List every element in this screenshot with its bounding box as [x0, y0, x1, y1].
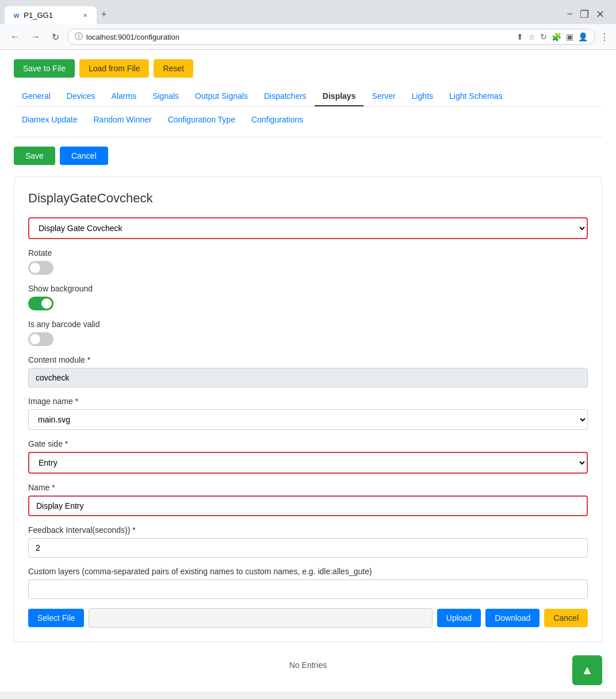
image-name-label: Image name *: [28, 397, 588, 406]
extension-icon[interactable]: 🧩: [552, 32, 561, 41]
page-content: Save to File Load from File Reset Genera…: [0, 50, 616, 692]
minimize-icon[interactable]: −: [567, 8, 573, 21]
image-name-group: Image name * main.svg: [28, 397, 588, 430]
gate-side-group: Gate side * Entry Exit: [28, 439, 588, 474]
download-button[interactable]: Download: [485, 609, 540, 627]
menu-icon[interactable]: ⋮: [600, 32, 609, 43]
feedback-interval-input[interactable]: [28, 538, 588, 558]
share-icon[interactable]: ⬆: [516, 32, 523, 41]
show-background-toggle-container: [28, 297, 588, 310]
barcode-label: Is any barcode valid: [28, 320, 588, 329]
file-section: Select File Upload Download Cancel: [28, 608, 588, 628]
sub-tab-configurations[interactable]: Configurations: [243, 112, 311, 128]
cancel-button[interactable]: Cancel: [60, 147, 108, 165]
action-buttons: Save Cancel: [14, 147, 602, 165]
show-background-label: Show background: [28, 284, 588, 293]
close-icon[interactable]: ✕: [596, 8, 604, 21]
tab-devices[interactable]: Devices: [59, 87, 104, 106]
tab-close-button[interactable]: ×: [83, 11, 87, 20]
save-to-file-button[interactable]: Save to File: [14, 59, 75, 78]
address-bar[interactable]: ⓘ ⬆ ☆ ↻ 🧩 ▣ 👤: [67, 29, 595, 45]
restore-icon[interactable]: ❐: [580, 8, 589, 21]
url-input[interactable]: [86, 33, 513, 41]
new-tab-button[interactable]: +: [97, 5, 111, 24]
refresh-button[interactable]: ↻: [48, 29, 63, 45]
name-input[interactable]: [28, 496, 588, 516]
tab-general[interactable]: General: [14, 87, 59, 106]
form-title: DisplayGateCovcheck: [28, 191, 588, 206]
tab-displays[interactable]: Displays: [315, 87, 364, 106]
top-buttons: Save to File Load from File Reset: [14, 59, 602, 78]
form-card: DisplayGateCovcheck Display Gate Covchec…: [14, 176, 602, 642]
rotate-toggle[interactable]: [28, 261, 53, 275]
gate-side-label: Gate side *: [28, 439, 588, 448]
refresh-icon2[interactable]: ↻: [540, 32, 547, 41]
show-background-slider: [28, 297, 53, 310]
tab-server[interactable]: Server: [364, 87, 403, 106]
sub-tab-configuration-type[interactable]: Configuration Type: [160, 112, 243, 128]
name-group: Name *: [28, 483, 588, 516]
barcode-toggle-container: [28, 332, 588, 346]
custom-layers-group: Custom layers (comma-separated pairs of …: [28, 567, 588, 599]
barcode-group: Is any barcode valid: [28, 320, 588, 346]
sub-tab-diamex-update[interactable]: Diamex Update: [14, 112, 86, 128]
custom-layers-input[interactable]: [28, 579, 588, 599]
rotate-slider: [28, 261, 53, 275]
tab-favicon: w: [14, 11, 19, 20]
content-module-label: Content module *: [28, 355, 588, 364]
rotate-group: Rotate: [28, 248, 588, 275]
tab-title: P1_GG1: [24, 11, 53, 20]
content-module-input[interactable]: [28, 368, 588, 387]
rotate-toggle-container: [28, 261, 588, 275]
tab-alarms[interactable]: Alarms: [104, 87, 145, 106]
gate-side-select[interactable]: Entry Exit: [28, 452, 588, 474]
name-label: Name *: [28, 483, 588, 492]
load-from-file-button[interactable]: Load from File: [79, 59, 149, 78]
scroll-top-icon: ▲: [581, 663, 594, 678]
nav-extra-icons: ⋮: [600, 32, 609, 43]
barcode-toggle[interactable]: [28, 332, 53, 346]
upload-button[interactable]: Upload: [437, 609, 481, 627]
image-name-select[interactable]: main.svg: [28, 409, 588, 430]
browser-chrome: w P1_GG1 × + − ❐ ✕ ← → ↻ ⓘ ⬆ ☆ ↻ 🧩 ▣ 👤: [0, 0, 616, 50]
address-bar-icons: ⬆ ☆ ↻ 🧩 ▣ 👤: [516, 32, 588, 41]
barcode-slider: [28, 332, 53, 346]
show-background-group: Show background: [28, 284, 588, 310]
display-select[interactable]: Display Gate Covcheck: [28, 217, 588, 239]
show-background-toggle[interactable]: [28, 297, 53, 310]
main-nav-tabs: GeneralDevicesAlarmsSignalsOutput Signal…: [14, 87, 602, 107]
display-select-group: Display Gate Covcheck: [28, 217, 588, 239]
back-button[interactable]: ←: [7, 29, 23, 44]
reset-button[interactable]: Reset: [154, 59, 193, 78]
tab-lights[interactable]: Lights: [404, 87, 441, 106]
custom-layers-label: Custom layers (comma-separated pairs of …: [28, 567, 588, 576]
tab-output-signals[interactable]: Output Signals: [187, 87, 256, 106]
file-cancel-button[interactable]: Cancel: [544, 609, 588, 627]
tab-light-schemas[interactable]: Light Schemas: [441, 87, 511, 106]
profile-icon[interactable]: 👤: [578, 32, 588, 41]
split-screen-icon[interactable]: ▣: [566, 32, 573, 41]
tab-signals[interactable]: Signals: [144, 87, 187, 106]
content-module-group: Content module *: [28, 355, 588, 387]
sub-tab-random-winner[interactable]: Random Winner: [86, 112, 160, 128]
sub-nav-tabs: Diamex UpdateRandom WinnerConfiguration …: [14, 112, 602, 128]
save-button[interactable]: Save: [14, 147, 55, 165]
select-file-button[interactable]: Select File: [28, 609, 84, 627]
feedback-interval-group: Feedback Interval(seconds)) *: [28, 525, 588, 558]
tab-dispatchers[interactable]: Dispatchers: [256, 87, 315, 106]
browser-nav: ← → ↻ ⓘ ⬆ ☆ ↻ 🧩 ▣ 👤 ⋮: [0, 24, 616, 50]
browser-tab[interactable]: w P1_GG1 ×: [5, 6, 97, 24]
feedback-interval-label: Feedback Interval(seconds)) *: [28, 525, 588, 535]
rotate-label: Rotate: [28, 248, 588, 258]
no-entries: No Entries: [14, 651, 602, 679]
file-name-input[interactable]: [89, 608, 432, 628]
info-icon: ⓘ: [75, 32, 83, 42]
scroll-to-top-button[interactable]: ▲: [572, 655, 602, 685]
bookmark-icon[interactable]: ☆: [528, 32, 535, 41]
tab-bar: w P1_GG1 × + − ❐ ✕: [0, 0, 616, 24]
forward-button[interactable]: →: [28, 29, 44, 44]
